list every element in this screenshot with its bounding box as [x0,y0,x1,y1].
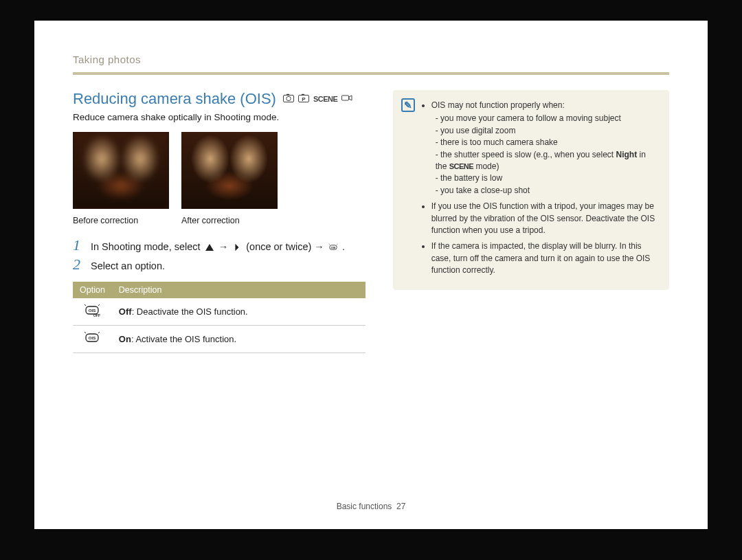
th-option: Option [73,282,112,298]
caption-before: Before correction [73,216,169,225]
svg-text:OIS: OIS [89,336,95,340]
left-column: Reducing camera shake (OIS) P SCENE Redu… [73,90,366,353]
note-text: mode) [473,161,499,171]
option-desc: : Activate the OIS function. [131,334,236,344]
note-lead-item: OIS may not function properly when: you … [431,100,658,197]
page-title: Reducing camera shake (OIS) P SCENE [73,90,366,108]
svg-text:OIS: OIS [89,309,95,313]
scene-word: SCENE [449,162,473,170]
svg-rect-5 [302,94,304,96]
note-box: ✎ OIS may not function properly when: yo… [393,90,669,290]
note-sub-item: you use digital zoom [436,125,658,137]
comparison-images: Before correction After correction [73,132,366,225]
svg-text:OIS: OIS [331,247,336,249]
sample-after: After correction [181,132,278,225]
option-desc-cell: Off: Deactivate the OIS function. [112,298,366,326]
sample-before: Before correction [73,132,169,225]
th-description: Description [112,282,366,298]
option-desc: : Deactivate the OIS function. [132,306,248,317]
steps-list: 1 In Shooting mode, select → (once or tw… [73,238,366,272]
sample-image-sharp [181,132,278,209]
svg-rect-2 [286,94,289,96]
note-info-icon: ✎ [401,98,415,112]
camera-icon [283,93,294,104]
right-column: ✎ OIS may not function properly when: yo… [393,90,669,353]
note-sub-item: you take a close-up shot [436,185,658,197]
caption-after: After correction [181,216,278,225]
svg-text:OFF: OFF [93,313,100,317]
table-row: OIS On: Activate the OIS function. [73,326,366,353]
note-sub-item: you move your camera to follow a moving … [436,113,658,124]
step-text-d: . [342,241,345,252]
step-text-a: In Shooting mode, select [91,241,203,252]
step-1: 1 In Shooting mode, select → (once or tw… [73,238,366,253]
step-number: 1 [73,238,85,253]
sample-image-blurry [73,132,169,209]
note-text: the shutter speed is slow (e.g., when yo… [440,150,616,159]
heading-text: Reducing camera shake (OIS) [73,90,276,108]
note-lead: OIS may not function properly when: [431,100,565,110]
svg-text:P: P [302,96,306,102]
note-sub-item: the battery is low [436,172,658,184]
step-text-b: → [218,241,232,252]
page-footer: Basic functions 27 [34,502,708,511]
footer-section: Basic functions [337,502,392,511]
up-triangle-icon [205,243,214,251]
step-number: 2 [73,257,85,272]
note-bullet: If the camera is impacted, the display w… [431,240,658,276]
note-sub-item: the shutter speed is slow (e.g., when yo… [436,149,658,173]
step-2: 2 Select an option. [73,257,366,272]
option-icon-cell: OISOFF [73,298,112,326]
svg-point-1 [286,96,291,100]
option-icon-cell: OIS [73,326,112,353]
option-label: On [119,334,131,344]
step-text: In Shooting mode, select → (once or twic… [91,241,345,252]
ois-on-icon: OIS [83,331,101,347]
scene-mode-icon: SCENE [313,95,337,103]
step-text: Select an option. [91,260,165,271]
step-text-c: (once or twice) → [246,241,327,252]
ois-icon: OIS [328,243,338,251]
manual-page: Taking photos Reducing camera shake (OIS… [34,21,708,529]
footer-page-number: 27 [396,502,405,511]
breadcrumb: Taking photos [73,54,669,75]
note-night: Night [616,150,638,159]
option-label: Off [119,306,132,317]
options-table: Option Description OISOFF Off: Deactivat… [73,282,366,353]
right-chevron-icon [232,243,242,251]
option-desc-cell: On: Activate the OIS function. [112,326,366,353]
ois-off-icon: OISOFF [83,304,101,320]
mode-icons-group: P SCENE [283,93,352,104]
camera-p-icon: P [298,93,309,104]
svg-rect-6 [342,96,349,100]
subtitle-text: Reduce camera shake optically in Shootin… [73,112,366,122]
note-sub-item: there is too much camera shake [436,137,658,148]
table-row: OISOFF Off: Deactivate the OIS function. [73,298,366,326]
video-icon [341,93,352,104]
note-bullet: If you use the OIS function with a tripo… [431,201,658,236]
